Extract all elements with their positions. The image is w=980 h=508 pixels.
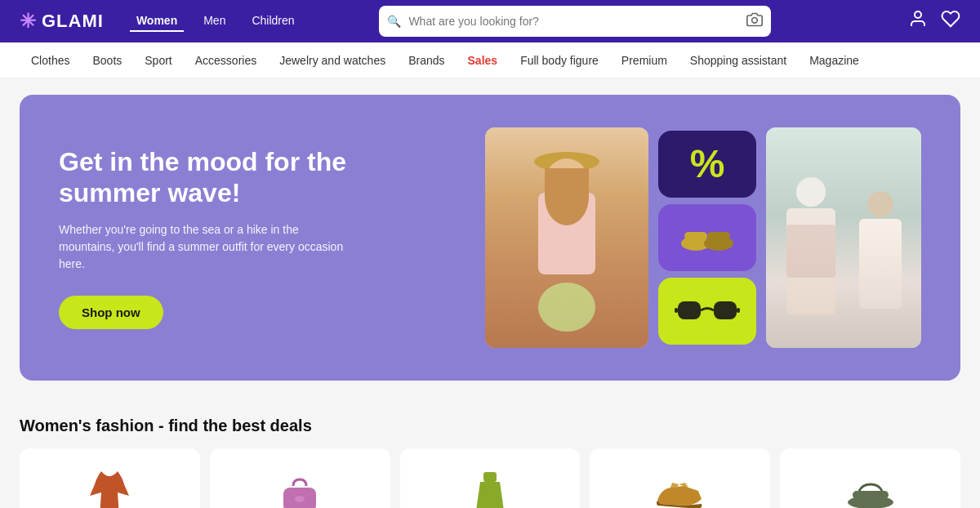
hero-section: Get in the mood for the summer wave! Whe… (0, 78, 980, 397)
deals-section-title: Women's fashion - find the best deals (20, 417, 960, 435)
camera-icon[interactable] (746, 11, 763, 32)
cat-premium[interactable]: Premium (610, 42, 679, 78)
cat-shopping-assistant[interactable]: Shopping assistant (679, 42, 798, 78)
wishlist-icon[interactable] (941, 9, 960, 33)
deal-card-purses[interactable]: Purses (210, 448, 390, 508)
brand-logo[interactable]: ✳ GLAMI (20, 10, 104, 33)
nav-women[interactable]: Women (130, 11, 184, 32)
nav-children[interactable]: Children (245, 11, 301, 32)
icon-grid: % (658, 131, 756, 345)
hero-banner: Get in the mood for the summer wave! Whe… (20, 95, 960, 381)
search-bar: 🔍 (379, 6, 771, 37)
deals-section: Women's fashion - find the best deals Dr… (0, 397, 980, 508)
dress-icon (83, 468, 136, 508)
deal-card-sandals[interactable]: Sandals (780, 448, 960, 508)
user-icons (908, 9, 960, 33)
fashion-photo-left (485, 127, 648, 348)
hero-title: Get in the mood for the summer wave! (59, 146, 353, 209)
svg-rect-12 (483, 472, 497, 482)
brand-name: GLAMI (42, 11, 104, 32)
cat-magazine[interactable]: Magazine (798, 42, 871, 78)
sandals-icon (844, 468, 897, 508)
svg-point-11 (295, 496, 305, 502)
deal-card-dress[interactable]: Dress (20, 448, 200, 508)
deals-grid: Dress Purses Skirt (20, 448, 960, 508)
percent-icon-tile: % (658, 131, 756, 198)
cat-brands[interactable]: Brands (397, 42, 456, 78)
svg-rect-8 (675, 308, 678, 313)
purses-icon (274, 468, 326, 508)
cat-accessories[interactable]: Accessories (184, 42, 268, 78)
fashion-photo-right (766, 127, 921, 348)
logo-star-icon: ✳ (20, 10, 37, 33)
shop-now-button[interactable]: Shop now (59, 296, 163, 329)
svg-rect-9 (737, 308, 740, 313)
svg-rect-5 (707, 232, 730, 240)
svg-rect-3 (684, 232, 707, 240)
skirt-icon (464, 468, 516, 508)
hero-text-block: Get in the mood for the summer wave! Whe… (59, 146, 353, 330)
svg-rect-14 (853, 491, 889, 499)
svg-point-0 (752, 17, 758, 23)
hero-description: Whether you're going to the sea or a hik… (59, 221, 353, 273)
hero-images: % (485, 127, 921, 348)
gender-nav: Women Men Children (130, 11, 301, 32)
deal-card-skirt[interactable]: Skirt (400, 448, 581, 508)
search-icon: 🔍 (387, 15, 401, 28)
search-input[interactable] (379, 6, 771, 37)
svg-rect-6 (678, 301, 701, 319)
nav-men[interactable]: Men (197, 11, 232, 32)
deal-card-sneakers[interactable]: Sneakers (590, 448, 770, 508)
cat-sport[interactable]: Sport (133, 42, 183, 78)
sandals-icon-tile (658, 204, 756, 271)
cat-full-body[interactable]: Full body figure (509, 42, 610, 78)
cat-jewelry[interactable]: Jewelry and watches (268, 42, 397, 78)
svg-rect-7 (714, 301, 737, 319)
category-navigation: Clothes Boots Sport Accessories Jewelry … (0, 42, 980, 78)
svg-point-1 (915, 11, 921, 18)
cat-clothes[interactable]: Clothes (20, 42, 81, 78)
sneakers-icon (654, 468, 706, 508)
account-icon[interactable] (908, 9, 928, 33)
top-navigation: ✳ GLAMI Women Men Children 🔍 (0, 0, 980, 42)
cat-sales[interactable]: Sales (457, 42, 510, 78)
cat-boots[interactable]: Boots (81, 42, 133, 78)
sunglasses-icon-tile (658, 278, 756, 345)
